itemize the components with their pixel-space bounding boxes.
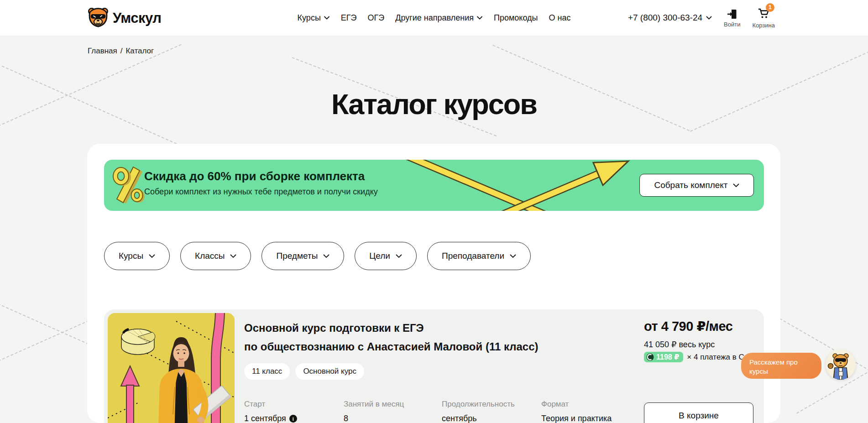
chat-bubble[interactable]: Расскажем про курсы — [741, 353, 821, 379]
login-icon — [726, 8, 738, 20]
info-icon[interactable]: i — [289, 415, 297, 423]
detail-format: Формат Теория и практика — [541, 400, 612, 423]
in-cart-button[interactable]: В корзине — [644, 402, 753, 423]
tag-class: 11 класс — [244, 363, 290, 380]
filter-goals[interactable]: Цели — [355, 242, 417, 270]
chevron-down-icon — [323, 254, 329, 258]
breadcrumb: Главная / Каталог — [88, 47, 154, 56]
header-right: +7 (800) 300-63-24 Войти — [628, 0, 775, 36]
detail-start: Старт 1 сентября i — [244, 400, 297, 423]
nav-courses[interactable]: Курсы — [298, 13, 330, 23]
cart-button[interactable]: 1 Корзина — [752, 7, 775, 29]
header: Умскул Курсы ЕГЭ ОГЭ Другие направления … — [0, 0, 868, 36]
tag-course-type: Основной курс — [295, 363, 364, 380]
breadcrumb-home[interactable]: Главная — [88, 47, 117, 56]
chevron-down-icon — [510, 254, 516, 258]
chevron-down-icon — [733, 183, 739, 188]
split-icon — [646, 353, 654, 361]
login-button[interactable]: Войти — [724, 8, 740, 28]
chat-avatar[interactable] — [826, 350, 856, 380]
filter-teachers[interactable]: Преподаватели — [427, 242, 531, 270]
chevron-down-icon — [396, 254, 402, 258]
build-bundle-button[interactable]: Собрать комплект — [639, 174, 754, 197]
nav-about[interactable]: О нас — [549, 13, 570, 23]
course-image — [108, 313, 235, 423]
percent-icon — [110, 161, 147, 210]
logo-wordmark: Умскул — [113, 10, 162, 26]
logo[interactable]: Умскул — [88, 7, 162, 29]
breadcrumb-current: Каталог — [125, 47, 154, 56]
nav-ege[interactable]: ЕГЭ — [341, 13, 357, 23]
filter-subjects[interactable]: Предметы — [261, 242, 344, 270]
promo-title: Скидка до 60% при сборке комплекта — [144, 169, 365, 183]
filters-row: Курсы Классы Предметы Цели Преподаватели — [104, 242, 531, 270]
nav-oge[interactable]: ОГЭ — [368, 13, 385, 23]
chevron-down-icon — [477, 16, 483, 20]
breadcrumb-separator: / — [120, 47, 123, 56]
detail-duration: Продолжительность сентябрь — [442, 400, 515, 423]
detail-lessons: Занятий в месяц 8 — [344, 400, 404, 423]
promo-subtitle: Собери комплект из нужных тебе предметов… — [144, 187, 378, 197]
nav-other-directions[interactable]: Другие направления — [395, 13, 483, 23]
price-monthly: от 4 790 ₽/мес — [644, 319, 732, 334]
nav-promocodes[interactable]: Промокоды — [494, 13, 538, 23]
page-title: Каталог курсов — [0, 88, 868, 120]
filter-courses[interactable]: Курсы — [104, 242, 170, 270]
chevron-down-icon — [706, 16, 712, 20]
arrows-graphic — [382, 160, 647, 211]
split-badge[interactable]: 1198 ₽ — [644, 352, 683, 362]
promo-banner: Скидка до 60% при сборке комплекта Собер… — [104, 160, 764, 211]
course-card[interactable]: Основной курс подготовки к ЕГЭ по общест… — [104, 309, 764, 423]
main-nav: Курсы ЕГЭ ОГЭ Другие направления Промоко… — [298, 0, 571, 36]
bear-mascot-icon — [826, 350, 856, 380]
price-full: 41 050 ₽ весь курс — [644, 339, 715, 350]
filter-classes[interactable]: Классы — [180, 242, 251, 270]
phone-number[interactable]: +7 (800) 300-63-24 — [628, 13, 712, 23]
cart-badge: 1 — [766, 3, 774, 12]
page: Умскул Курсы ЕГЭ ОГЭ Другие направления … — [0, 0, 868, 423]
course-title: Основной курс подготовки к ЕГЭ по общест… — [244, 319, 539, 356]
logo-bear-icon — [88, 7, 109, 29]
course-tags: 11 класс Основной курс — [244, 363, 364, 380]
content-card: Скидка до 60% при сборке комплекта Собер… — [87, 144, 780, 423]
chevron-down-icon — [230, 254, 236, 258]
chevron-down-icon — [149, 254, 155, 258]
chevron-down-icon — [324, 16, 330, 20]
